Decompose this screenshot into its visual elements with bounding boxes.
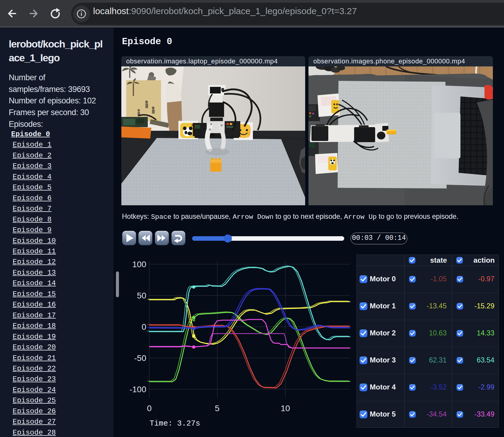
svg-text:100: 100 [132, 260, 146, 269]
svg-text:-100: -100 [129, 385, 146, 394]
svg-text:0: 0 [141, 322, 146, 332]
svg-text:5: 5 [215, 404, 220, 413]
svg-text:Time: 3.27s: Time: 3.27s [150, 419, 200, 428]
svg-text:-50: -50 [134, 353, 146, 363]
svg-text:0: 0 [147, 404, 152, 413]
svg-text:50: 50 [137, 291, 146, 300]
svg-text:10: 10 [281, 404, 290, 413]
